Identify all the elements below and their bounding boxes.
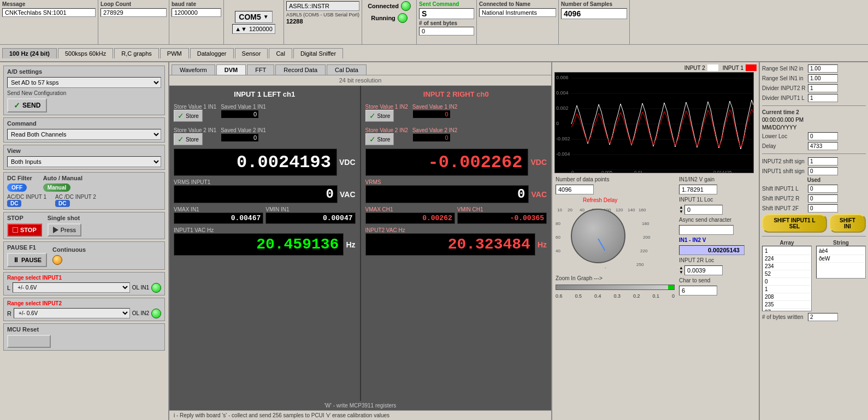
inner-tab-cal[interactable]: Cal Data bbox=[327, 64, 367, 75]
range-in1-section: Range select INPUT1 L +/- 0.6V OL IN1 bbox=[3, 272, 165, 295]
scope-scrollbar[interactable] bbox=[556, 285, 675, 290]
delay-input[interactable] bbox=[808, 142, 838, 150]
scope-panel: INPUT 2 INPUT 1 0.006 0.004 0.002 0 -0.0… bbox=[551, 62, 759, 420]
range-in1-select[interactable]: +/- 0.6V bbox=[13, 282, 130, 293]
view-select[interactable]: Both Inputs bbox=[7, 156, 161, 167]
pause-button[interactable]: ⏸ PAUSE bbox=[7, 253, 47, 267]
in2-shift-input[interactable] bbox=[808, 157, 838, 165]
in1-shift-row: INPUT1 shift sign bbox=[762, 167, 866, 175]
shift-in2r-row: Shift INPUT2 R bbox=[762, 194, 866, 203]
tab-500ksps[interactable]: 500ksps 60kHz bbox=[58, 48, 113, 58]
in2r-spinner-btns[interactable]: ▲ ▼ bbox=[679, 266, 683, 275]
date-value: MM/DD/YYYY bbox=[762, 125, 866, 131]
knob-element[interactable] bbox=[571, 209, 625, 263]
divider-in1-input[interactable] bbox=[808, 94, 838, 102]
async-char-input[interactable] bbox=[679, 225, 734, 235]
data-points-input[interactable] bbox=[556, 185, 594, 194]
shift-in1l-input[interactable] bbox=[808, 185, 838, 193]
shift-in2r-input[interactable] bbox=[808, 194, 838, 203]
mcu-reset-label: MCU Reset bbox=[7, 326, 161, 333]
shift-in1l-sel-button[interactable]: SHIFT INPUT1 L SEL bbox=[762, 214, 827, 233]
char-to-send-input[interactable] bbox=[679, 286, 717, 295]
svg-text:-0.002: -0.002 bbox=[556, 136, 570, 141]
com-section[interactable]: COM5 ▼ ▲▼ 1200000 bbox=[224, 0, 284, 44]
in1l-loc-input[interactable] bbox=[684, 205, 723, 215]
input1-store-area: Store Value 1 IN1 ✓ Store Saved Value 1 … bbox=[174, 104, 356, 122]
input1-saved1-label: Saved Value 1 IN1 bbox=[221, 104, 266, 110]
dc-badge-in2[interactable]: DC bbox=[55, 200, 69, 207]
dc-filter-label: DC Filter bbox=[7, 175, 32, 181]
input1-saved1-value[interactable] bbox=[221, 110, 259, 119]
range-in1-row: L +/- 0.6V OL IN1 bbox=[7, 282, 161, 293]
tab-sensor[interactable]: Sensor bbox=[235, 48, 268, 58]
refresh-delay-knob[interactable] bbox=[571, 209, 625, 263]
range-sel-in2-input[interactable] bbox=[808, 64, 838, 73]
input2-saved1-value[interactable] bbox=[412, 110, 451, 119]
in1-in2-v-display bbox=[679, 245, 745, 255]
tab-rc-graphs[interactable]: R,C graphs bbox=[114, 48, 159, 58]
input1-saved2-value[interactable] bbox=[221, 133, 259, 142]
range-in2-select[interactable]: +/- 0.6V bbox=[14, 308, 130, 318]
range-sel-in1-input[interactable] bbox=[808, 74, 838, 82]
press-button[interactable]: Press bbox=[48, 223, 81, 236]
input1-vmin-label: VMIN IN1 bbox=[265, 206, 355, 212]
com-dropdown-icon[interactable]: ▼ bbox=[263, 14, 269, 20]
baud-num-value: 1200000 bbox=[249, 26, 273, 32]
input1-store1-btn[interactable]: ✓ Store bbox=[174, 110, 203, 122]
string-list: àè4 ðeW bbox=[816, 246, 866, 279]
input2-saved1-col: Saved Value 1 IN2 bbox=[412, 104, 458, 122]
ad-settings-select[interactable]: Set AD to 57 ksps bbox=[7, 77, 161, 88]
input2-vmax-display: 0.00262 bbox=[365, 212, 455, 224]
lower-loc-input[interactable] bbox=[808, 132, 838, 140]
num-bytes: 12288 bbox=[286, 18, 359, 25]
loop-count-value: 278929 bbox=[101, 8, 167, 17]
in1l-spinner-btns[interactable]: ▲ ▼ bbox=[679, 205, 683, 214]
input2-saved2-label: Saved Value 2 IN2 bbox=[412, 127, 458, 133]
inner-tab-waveform[interactable]: Waveform bbox=[172, 64, 215, 75]
input2-saved2-value[interactable] bbox=[412, 133, 451, 142]
dc-filter-toggle[interactable]: OFF bbox=[7, 184, 27, 192]
input2-store-area: Store Value 1 IN2 ✓ Store Saved Value 1 … bbox=[365, 104, 547, 122]
knob-indicator bbox=[598, 238, 605, 251]
inner-tab-dvm[interactable]: DVM bbox=[216, 64, 246, 75]
in1-in2-v-label: IN1 - IN2 V bbox=[679, 237, 755, 243]
input2-vac-unit: VAC bbox=[531, 190, 547, 199]
stop-button[interactable]: STOP bbox=[7, 223, 42, 236]
inner-tab-record[interactable]: Record Data bbox=[275, 64, 326, 75]
divider-in2-input[interactable] bbox=[808, 84, 838, 92]
dc-badge-in1[interactable]: DC bbox=[7, 200, 21, 207]
input1-store2-btn[interactable]: ✓ Store bbox=[174, 133, 203, 145]
mcu-reset-section: MCU Reset bbox=[3, 323, 165, 351]
pause-col: PAUSE F1 ⏸ PAUSE bbox=[7, 244, 47, 267]
shift-in2f-input[interactable] bbox=[808, 204, 838, 212]
tab-digital-sniffer[interactable]: Digital Sniffer bbox=[293, 48, 343, 58]
in2r-loc-input[interactable] bbox=[684, 265, 723, 275]
sent-command-section: Sent Command S # of sent bytes 0 bbox=[417, 0, 477, 44]
divider-in2-row: Divider INPUT2 R bbox=[762, 84, 866, 92]
shift-ini-button[interactable]: SHIFT INI bbox=[829, 214, 866, 233]
in1-shift-input[interactable] bbox=[808, 167, 838, 175]
inner-tab-fft[interactable]: FFT bbox=[247, 64, 274, 75]
input2-store2-btn[interactable]: ✓ Store bbox=[365, 133, 394, 145]
tab-pwm[interactable]: PWM bbox=[160, 48, 189, 58]
input2-vdc-row: -0.002262 VDC bbox=[365, 149, 547, 176]
com-value: COM5 bbox=[239, 13, 261, 21]
input2-hz-label: INPUT2 VAC Hz bbox=[365, 227, 547, 233]
send-button[interactable]: ✓ SEND bbox=[7, 98, 47, 113]
input1-hz-section: INPUT1 VAC Hz 20.459136 Hz bbox=[174, 227, 356, 256]
tab-100hz[interactable]: 100 Hz (24 bit) bbox=[2, 48, 57, 58]
input1-vrms-label: VRMS INPUT1 bbox=[174, 179, 356, 185]
in2-store1-btn-label: Store bbox=[377, 113, 391, 119]
in2r-loc-spinner: ▲ ▼ bbox=[679, 265, 755, 275]
input2-vmax-vmin: VMAX CH1 0.00262 VMIN CH1 -0.00365 bbox=[365, 206, 547, 224]
tab-datalogger[interactable]: Datalogger bbox=[190, 48, 234, 58]
svg-text:0: 0 bbox=[571, 170, 574, 173]
tab-cal[interactable]: Cal bbox=[269, 48, 292, 58]
gain-input[interactable] bbox=[679, 185, 717, 194]
auto-manual-toggle[interactable]: Manual bbox=[43, 184, 70, 192]
dvm-footer: 'W' - write MCP3911 registers bbox=[169, 401, 551, 410]
resolution-text: 24 bit resolution bbox=[339, 77, 382, 84]
mcu-reset-button[interactable] bbox=[7, 335, 51, 348]
input2-store1-btn[interactable]: ✓ Store bbox=[365, 110, 394, 122]
command-select[interactable]: Read Both Channels bbox=[7, 129, 161, 140]
